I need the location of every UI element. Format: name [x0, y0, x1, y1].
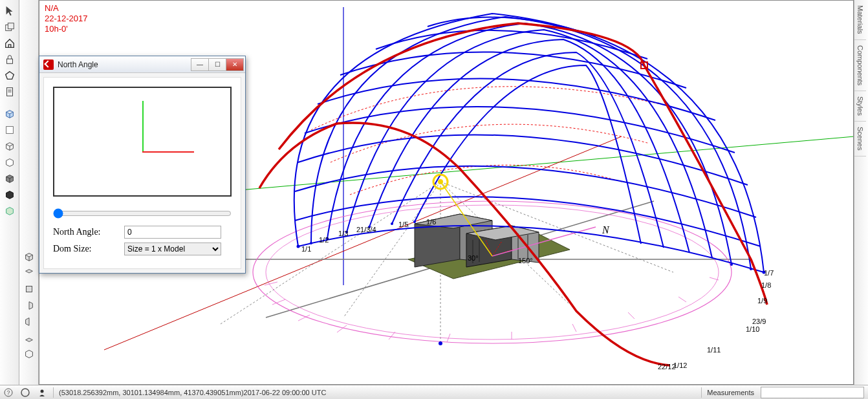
view6-icon[interactable]: [21, 330, 37, 345]
svg-text:150°: 150°: [518, 257, 533, 264]
svg-line-21: [447, 334, 450, 342]
svg-rect-7: [26, 286, 32, 292]
svg-text:1/11: 1/11: [707, 346, 721, 354]
select-tool-icon[interactable]: [2, 3, 17, 19]
svg-text:1/2: 1/2: [319, 236, 329, 244]
svg-line-8: [221, 182, 440, 324]
svg-line-20: [389, 332, 395, 340]
dialog-titlebar[interactable]: North Angle — ☐ ✕: [39, 56, 245, 73]
svg-line-23: [572, 324, 576, 332]
home-icon[interactable]: [2, 36, 17, 51]
svg-text:22/12: 22/12: [658, 363, 676, 371]
view5-icon[interactable]: [21, 314, 37, 329]
measurements-label: Measurements: [704, 389, 757, 396]
document-icon[interactable]: [2, 84, 17, 100]
minimize-button[interactable]: —: [191, 58, 209, 71]
north-letter: N: [602, 224, 610, 235]
view2-icon[interactable]: [21, 265, 37, 281]
cube-blue-icon[interactable]: [2, 106, 17, 122]
svg-text:21/3/4: 21/3/4: [356, 226, 376, 233]
right-tray: Materials Components Styles Scenes: [854, 0, 868, 385]
svg-text:1/10: 1/10: [746, 325, 759, 333]
maximize-button[interactable]: ☐: [208, 58, 226, 71]
svg-point-40: [391, 222, 393, 225]
iso-icon[interactable]: [21, 249, 37, 264]
svg-text:1/5: 1/5: [398, 221, 408, 228]
info-icon[interactable]: [18, 386, 32, 399]
svg-line-25: [678, 297, 686, 302]
svg-text:1/3: 1/3: [338, 230, 348, 237]
north-angle-dialog[interactable]: North Angle — ☐ ✕ North Angle: Dom Size:…: [39, 56, 246, 274]
dom-size-label: Dom Size:: [53, 244, 124, 254]
compass-east-line: [142, 151, 194, 153]
solstice-arcs: [259, 23, 767, 365]
svg-point-66: [21, 389, 29, 396]
cube-wire-icon[interactable]: [2, 138, 17, 154]
svg-text:1/8: 1/8: [761, 281, 771, 289]
view7-icon[interactable]: [21, 346, 37, 361]
cube-shaded-icon[interactable]: [2, 171, 17, 186]
dom-size-select[interactable]: Size = 1 x Model Size = 2 x Model Size =…: [124, 243, 221, 255]
status-coords: (53018.256392mm, 30101.134984mm, 41370.4…: [56, 389, 329, 396]
close-button[interactable]: ✕: [226, 58, 244, 71]
cube-outline-icon[interactable]: [2, 155, 17, 170]
svg-point-35: [297, 245, 300, 248]
sheet-icon[interactable]: [2, 122, 17, 138]
compass-north-line: [142, 101, 144, 153]
svg-line-26: [710, 277, 719, 280]
tray-tab-components[interactable]: Components: [854, 40, 866, 91]
dialog-body: North Angle: Dom Size: Size = 1 x Model …: [43, 77, 241, 269]
dialog-title: North Angle: [58, 60, 98, 69]
north-angle-input[interactable]: [124, 226, 221, 239]
compass-preview[interactable]: [53, 87, 232, 197]
svg-text:30°: 30°: [468, 254, 479, 262]
sketchup-icon: [43, 59, 54, 70]
svg-line-19: [337, 325, 347, 332]
svg-rect-1: [8, 23, 14, 29]
left-toolbar-2: Layer Entity: [19, 0, 39, 385]
svg-text:1/7: 1/7: [764, 269, 774, 277]
left-toolbar-1: [0, 0, 19, 385]
component-icon[interactable]: [2, 19, 17, 35]
pentagon-icon[interactable]: [2, 68, 17, 83]
svg-text:23/9: 23/9: [752, 318, 766, 325]
status-bar: ? (53018.256392mm, 30101.134984mm, 41370…: [0, 385, 868, 399]
person-icon[interactable]: [35, 386, 49, 399]
north-angle-label: North Angle:: [53, 227, 124, 237]
view3-icon[interactable]: [21, 281, 37, 297]
help-icon[interactable]: ?: [1, 386, 16, 399]
tray-tab-styles[interactable]: Styles: [854, 91, 866, 122]
svg-rect-2: [6, 59, 12, 63]
svg-point-41: [413, 221, 416, 223]
north-angle-slider[interactable]: [53, 208, 232, 219]
view4-icon[interactable]: [21, 297, 37, 313]
tray-tab-materials[interactable]: Materials: [854, 0, 866, 40]
svg-point-43: [750, 268, 752, 270]
svg-line-24: [628, 312, 635, 319]
svg-line-16: [265, 282, 277, 285]
tray-tab-scenes[interactable]: Scenes: [854, 122, 866, 156]
svg-rect-6: [6, 127, 13, 134]
svg-point-45: [439, 341, 442, 345]
svg-text:1/1: 1/1: [301, 245, 311, 253]
lock-icon[interactable]: [2, 52, 17, 67]
svg-point-44: [730, 263, 733, 266]
cube-dark-icon[interactable]: [2, 187, 17, 202]
cube-green-icon[interactable]: [2, 203, 17, 219]
svg-text:1/6: 1/6: [426, 218, 436, 226]
svg-point-36: [310, 242, 312, 244]
svg-text:?: ?: [6, 389, 10, 396]
svg-point-67: [41, 389, 44, 393]
measurements-input[interactable]: [761, 387, 864, 398]
svg-text:1/9: 1/9: [757, 297, 767, 305]
